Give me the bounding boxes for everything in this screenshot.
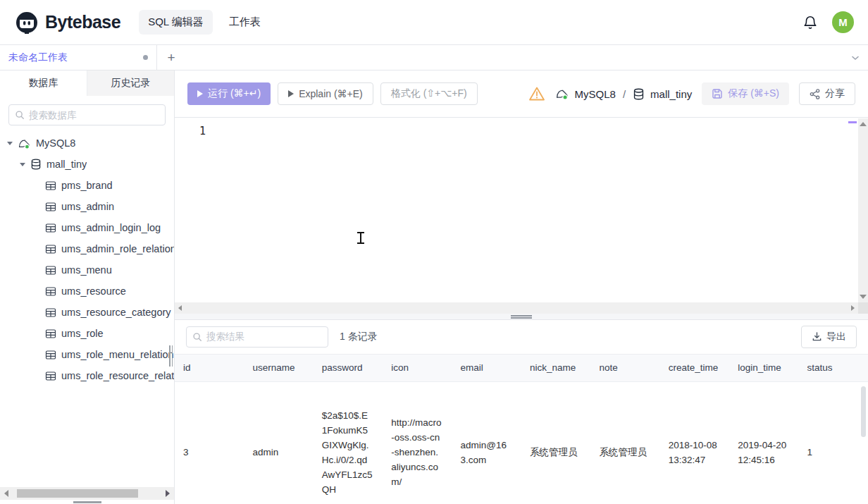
scroll-right-icon[interactable] xyxy=(851,305,855,311)
table-icon xyxy=(45,286,56,297)
tab-databases[interactable]: 数据库 xyxy=(0,70,87,96)
sql-editor-area[interactable]: 1 xyxy=(175,117,868,302)
scrollbar-thumb[interactable] xyxy=(17,489,138,498)
column-header[interactable]: icon xyxy=(383,362,452,373)
download-icon xyxy=(812,331,822,342)
tree-table[interactable]: ums_role xyxy=(0,323,174,344)
notification-bell-icon[interactable] xyxy=(802,15,818,30)
explain-button[interactable]: Explain (⌘+E) xyxy=(278,82,373,105)
tree-table[interactable]: ums_resource_category xyxy=(0,302,174,323)
cell-note: 系统管理员 xyxy=(590,445,659,460)
scroll-up-icon[interactable] xyxy=(860,122,867,126)
database-icon xyxy=(30,159,42,170)
tree-table[interactable]: pms_brand xyxy=(0,175,174,196)
new-worksheet-button[interactable]: + xyxy=(157,50,185,66)
table-label: ums_role xyxy=(61,328,104,339)
table-label: ums_resource_category xyxy=(61,307,171,318)
caret-down-icon[interactable] xyxy=(20,163,25,166)
column-header[interactable]: create_time xyxy=(660,362,729,373)
scroll-right-icon[interactable] xyxy=(166,490,170,497)
sidebar-horizontal-scrollbar[interactable] xyxy=(0,487,174,500)
results-search-box xyxy=(186,326,328,348)
panel-resize-divider[interactable] xyxy=(175,314,868,319)
text-cursor xyxy=(356,232,364,244)
column-header[interactable]: username xyxy=(244,362,313,373)
save-button[interactable]: 保存 (⌘+S) xyxy=(702,82,789,105)
results-search-input[interactable] xyxy=(206,331,322,342)
explain-button-label: Explain (⌘+E) xyxy=(299,88,363,99)
bytebase-logo-icon xyxy=(14,10,39,35)
tree-table[interactable]: ums_admin_role_relation xyxy=(0,238,174,259)
column-header[interactable]: status xyxy=(799,362,868,373)
record-count: 1 条记录 xyxy=(340,331,378,343)
share-button-label: 分享 xyxy=(825,87,845,100)
scrollbar-corner xyxy=(858,302,868,314)
column-header[interactable]: email xyxy=(452,362,521,373)
tree-instance-mysql8[interactable]: MySQL8 xyxy=(0,133,174,154)
tree-table[interactable]: ums_resource xyxy=(0,281,174,302)
format-button[interactable]: 格式化 (⇧+⌥+F) xyxy=(380,82,478,105)
column-header[interactable]: password xyxy=(314,362,383,373)
table-label: ums_admin_role_relation xyxy=(61,243,174,254)
column-header[interactable]: nick_name xyxy=(521,362,590,373)
tree-table[interactable]: ums_role_resource_relation xyxy=(0,365,174,386)
table-label: ums_resource xyxy=(61,285,126,297)
column-header[interactable]: login_time xyxy=(729,362,798,373)
worksheet-tab[interactable]: 未命名工作表 xyxy=(0,45,157,70)
run-button[interactable]: 运行 (⌘+↵) xyxy=(187,82,271,105)
column-header[interactable]: note xyxy=(590,362,659,373)
editor-horizontal-scrollbar[interactable] xyxy=(175,302,868,314)
table-icon xyxy=(45,371,56,381)
table-label: ums_admin_login_log xyxy=(61,222,161,233)
results-body: 3 admin $2a$10$.E1FokumK5GIXWgKlg.Hc.i/0… xyxy=(175,382,868,504)
nav-sql-editor[interactable]: SQL 编辑器 xyxy=(139,10,213,35)
cell-id: 3 xyxy=(175,445,244,460)
column-header[interactable]: id xyxy=(175,362,244,373)
user-avatar[interactable]: M xyxy=(832,11,854,33)
results-toolbar: 1 条记录 导出 xyxy=(175,320,868,354)
scroll-down-icon[interactable] xyxy=(860,295,867,299)
database-label: mall_tiny xyxy=(46,159,87,170)
connection-breadcrumb[interactable]: MySQL8 / mall_tiny xyxy=(555,87,693,100)
bytebase-logo[interactable]: Bytebase xyxy=(14,10,120,35)
tree-database-mall-tiny[interactable]: mall_tiny xyxy=(0,154,174,175)
database-icon xyxy=(633,88,645,100)
share-button[interactable]: 分享 xyxy=(799,82,855,105)
warning-icon[interactable] xyxy=(528,86,545,102)
scroll-left-icon[interactable] xyxy=(4,490,8,497)
cell-nick-name: 系统管理员 xyxy=(521,445,590,460)
tab-history[interactable]: 历史记录 xyxy=(87,70,174,96)
run-button-label: 运行 (⌘+↵) xyxy=(208,87,261,100)
database-search-input[interactable] xyxy=(29,110,159,121)
tree-table[interactable]: ums_menu xyxy=(0,259,174,281)
tree-table[interactable]: ums_admin xyxy=(0,196,174,217)
cell-password: $2a$10$.E1FokumK5GIXWgKlg.Hc.i/0/2.qdAwY… xyxy=(314,408,383,497)
scroll-left-icon[interactable] xyxy=(178,305,182,311)
results-panel: 1 条记录 导出 id username passwo xyxy=(175,319,868,504)
worksheet-tab-label: 未命名工作表 xyxy=(8,51,137,64)
instance-name: MySQL8 xyxy=(575,88,616,100)
cell-email: admin@163.com xyxy=(452,438,521,467)
results-scrollbar-thumb[interactable] xyxy=(861,386,866,437)
editor-toolbar: 运行 (⌘+↵) Explain (⌘+E) 格式化 (⇧+⌥+F) xyxy=(175,70,868,117)
table-icon xyxy=(45,223,56,233)
table-icon xyxy=(45,328,56,339)
mysql-instance-icon xyxy=(555,87,569,100)
table-row[interactable]: 3 admin $2a$10$.E1FokumK5GIXWgKlg.Hc.i/0… xyxy=(175,382,868,504)
cell-icon: http://macro-oss.oss-cn-shenzhen.aliyunc… xyxy=(383,415,452,489)
header-right: M xyxy=(802,11,854,33)
cell-status: 1 xyxy=(799,445,868,460)
tree-table[interactable]: ums_admin_login_log xyxy=(0,217,174,238)
main-nav: SQL 编辑器 工作表 xyxy=(139,10,270,35)
chevron-down-icon[interactable] xyxy=(850,52,861,63)
caret-down-icon[interactable] xyxy=(7,142,13,145)
sidebar-resize-handle[interactable] xyxy=(169,345,173,367)
database-name: mall_tiny xyxy=(650,88,692,100)
tree-table[interactable]: ums_role_menu_relation xyxy=(0,344,174,365)
nav-worksheets[interactable]: 工作表 xyxy=(220,10,270,35)
toolbar-right: MySQL8 / mall_tiny xyxy=(528,82,855,105)
export-button[interactable]: 导出 xyxy=(801,326,857,348)
editor-vertical-scrollbar[interactable] xyxy=(858,118,868,302)
table-icon xyxy=(45,180,56,191)
bottom-resize-handle[interactable] xyxy=(73,501,101,503)
